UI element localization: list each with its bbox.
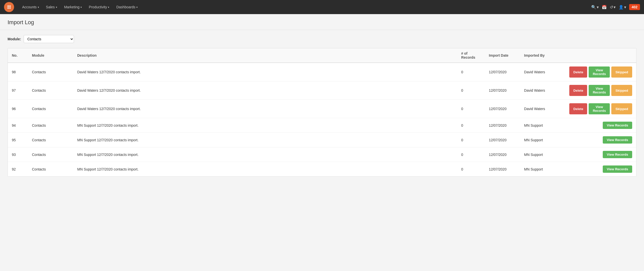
- cell-description: David Waters 12/7/2020 contacts import.: [73, 100, 457, 118]
- cell-module: Contacts: [28, 100, 73, 118]
- view-records-button[interactable]: View Records: [603, 165, 632, 173]
- chevron-down-icon: ▾: [56, 6, 57, 9]
- cell-description: David Waters 12/7/2020 contacts import.: [73, 81, 457, 100]
- chevron-down-icon: ▾: [80, 6, 82, 9]
- page-header: Import Log: [0, 14, 644, 30]
- history-icon: ↺: [610, 5, 613, 10]
- nav-item-marketing[interactable]: Marketing ▾: [61, 3, 85, 11]
- action-buttons: Delete View Records Skipped: [569, 103, 632, 114]
- cell-description: MN Support 12/7/2020 contacts import.: [73, 118, 457, 133]
- import-log-table: No. Module Description # of Records Impo…: [8, 48, 636, 176]
- cell-no: 92: [8, 162, 28, 177]
- cell-import-date: 12/07/2020: [485, 147, 520, 162]
- cell-records: 0: [457, 147, 485, 162]
- navbar: Accounts ▾ Sales ▾ Marketing ▾ Productiv…: [0, 0, 644, 14]
- view-records-button[interactable]: View Records: [603, 151, 632, 158]
- user-button[interactable]: 👤 ▾: [619, 5, 626, 10]
- nav-item-accounts[interactable]: Accounts ▾: [19, 3, 42, 11]
- page-title: Import Log: [8, 19, 636, 26]
- col-header-records: # of Records: [457, 48, 485, 63]
- table-row: 97 Contacts David Waters 12/7/2020 conta…: [8, 81, 636, 100]
- skipped-button[interactable]: Skipped: [611, 85, 632, 96]
- cell-module: Contacts: [28, 81, 73, 100]
- view-records-button[interactable]: View Records: [603, 136, 632, 144]
- svg-point-2: [8, 7, 9, 9]
- chevron-down-icon: ▾: [38, 6, 39, 9]
- cell-imported-by: David Waters: [520, 63, 565, 81]
- cell-imported-by: MN Support: [520, 133, 565, 147]
- svg-point-3: [9, 7, 11, 9]
- cell-actions: Delete View Records Skipped: [565, 81, 636, 100]
- brand-logo[interactable]: [4, 2, 14, 12]
- table-row: 92 Contacts MN Support 12/7/2020 contact…: [8, 162, 636, 177]
- delete-button[interactable]: Delete: [569, 66, 587, 78]
- main-content: Module: Contacts Accounts Leads Opportun…: [0, 30, 644, 182]
- action-buttons: View Records: [569, 165, 632, 173]
- search-icon: 🔍: [591, 5, 596, 10]
- cell-actions: View Records: [565, 147, 636, 162]
- cell-actions: View Records: [565, 118, 636, 133]
- table-row: 96 Contacts David Waters 12/7/2020 conta…: [8, 100, 636, 118]
- cell-module: Contacts: [28, 63, 73, 81]
- import-log-table-container: No. Module Description # of Records Impo…: [8, 48, 636, 177]
- cell-no: 96: [8, 100, 28, 118]
- view-records-button[interactable]: View Records: [589, 66, 610, 78]
- svg-point-0: [8, 6, 9, 7]
- search-button[interactable]: 🔍 ▾: [591, 5, 599, 10]
- col-header-module: Module: [28, 48, 73, 63]
- main-nav: Accounts ▾ Sales ▾ Marketing ▾ Productiv…: [19, 3, 591, 11]
- notification-badge[interactable]: 402: [629, 4, 640, 10]
- table-row: 95 Contacts MN Support 12/7/2020 contact…: [8, 133, 636, 147]
- action-buttons: View Records: [569, 122, 632, 129]
- nav-item-productivity[interactable]: Productivity ▾: [86, 3, 112, 11]
- cell-description: David Waters 12/7/2020 contacts import.: [73, 63, 457, 81]
- cell-actions: View Records: [565, 133, 636, 147]
- view-records-button[interactable]: View Records: [589, 85, 610, 96]
- cell-no: 95: [8, 133, 28, 147]
- view-records-button[interactable]: View Records: [589, 103, 610, 114]
- navbar-right: 🔍 ▾ 📅 ↺ ▾ 👤 ▾ 402: [591, 4, 640, 10]
- col-header-no: No.: [8, 48, 28, 63]
- user-icon: 👤: [619, 5, 624, 10]
- delete-button[interactable]: Delete: [569, 103, 587, 114]
- nav-item-dashboards[interactable]: Dashboards ▾: [113, 3, 141, 11]
- cell-module: Contacts: [28, 147, 73, 162]
- cell-imported-by: David Waters: [520, 81, 565, 100]
- cell-actions: Delete View Records Skipped: [565, 100, 636, 118]
- table-row: 94 Contacts MN Support 12/7/2020 contact…: [8, 118, 636, 133]
- cell-imported-by: MN Support: [520, 147, 565, 162]
- cell-import-date: 12/07/2020: [485, 63, 520, 81]
- chevron-down-icon: ▾: [136, 6, 138, 9]
- delete-button[interactable]: Delete: [569, 85, 587, 96]
- cell-records: 0: [457, 133, 485, 147]
- view-records-button[interactable]: View Records: [603, 122, 632, 129]
- nav-item-sales[interactable]: Sales ▾: [43, 3, 60, 11]
- history-button[interactable]: ↺ ▾: [610, 5, 616, 10]
- module-filter-select[interactable]: Contacts Accounts Leads Opportunities: [24, 35, 74, 43]
- cell-description: MN Support 12/7/2020 contacts import.: [73, 133, 457, 147]
- table-row: 93 Contacts MN Support 12/7/2020 contact…: [8, 147, 636, 162]
- table-header-row: No. Module Description # of Records Impo…: [8, 48, 636, 63]
- cell-imported-by: David Waters: [520, 100, 565, 118]
- filter-row: Module: Contacts Accounts Leads Opportun…: [8, 35, 636, 43]
- skipped-button[interactable]: Skipped: [611, 103, 632, 114]
- calendar-button[interactable]: 📅: [602, 5, 607, 10]
- cell-import-date: 12/07/2020: [485, 118, 520, 133]
- col-header-actions: [565, 48, 636, 63]
- cell-records: 0: [457, 162, 485, 177]
- cell-records: 0: [457, 118, 485, 133]
- cell-import-date: 12/07/2020: [485, 81, 520, 100]
- cell-no: 94: [8, 118, 28, 133]
- cell-module: Contacts: [28, 118, 73, 133]
- cell-actions: View Records: [565, 162, 636, 177]
- skipped-button[interactable]: Skipped: [611, 66, 632, 78]
- cell-records: 0: [457, 63, 485, 81]
- cell-actions: Delete View Records Skipped: [565, 63, 636, 81]
- action-buttons: View Records: [569, 151, 632, 158]
- action-buttons: Delete View Records Skipped: [569, 85, 632, 96]
- cell-imported-by: MN Support: [520, 118, 565, 133]
- cell-description: MN Support 12/7/2020 contacts import.: [73, 162, 457, 177]
- chevron-down-icon: ▾: [614, 5, 616, 10]
- chevron-down-icon: ▾: [108, 6, 109, 9]
- cell-records: 0: [457, 81, 485, 100]
